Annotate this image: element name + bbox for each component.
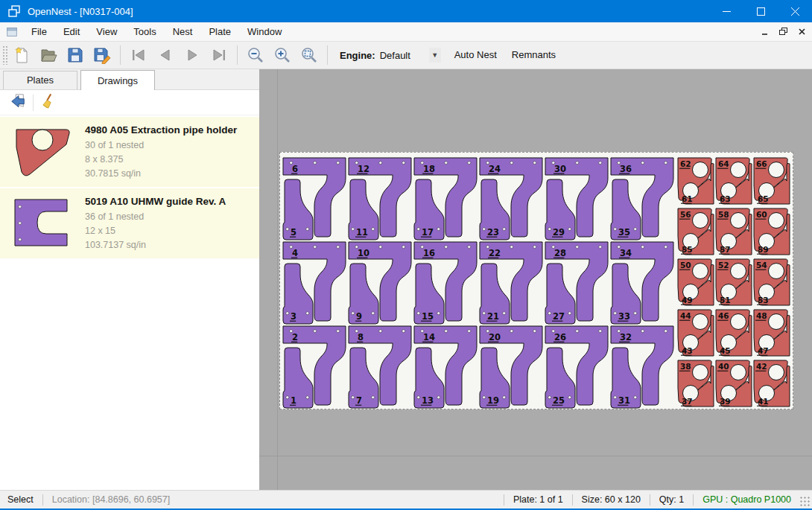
tab-drawings[interactable]: Drawings (80, 70, 155, 90)
svg-text:48: 48 (756, 311, 767, 320)
tab-plates[interactable]: Plates (3, 71, 77, 89)
nest-canvas[interactable]: 6 5 12 11 18 17 24 23 (259, 69, 812, 490)
svg-text:21: 21 (487, 311, 499, 322)
nav-prev-button[interactable] (152, 44, 179, 66)
resize-grip[interactable] (800, 497, 811, 507)
menu-bar: FileEditViewToolsNestPlateWindow (0, 22, 812, 42)
svg-text:62: 62 (680, 159, 691, 168)
plate-sheet[interactable]: 6 5 12 11 18 17 24 23 (279, 152, 793, 409)
drawing-area: 30.7815 sq/in (85, 167, 237, 181)
menu-nest[interactable]: Nest (165, 22, 201, 42)
nav-last-button[interactable] (206, 44, 232, 66)
menu-window[interactable]: Window (239, 22, 290, 42)
svg-text:29: 29 (553, 227, 565, 238)
svg-text:1: 1 (291, 395, 296, 406)
nav-next-button[interactable] (179, 44, 206, 66)
panel-tabs: PlatesDrawings (0, 69, 259, 90)
svg-text:51: 51 (720, 296, 731, 305)
zoom-in-button[interactable] (269, 44, 296, 66)
svg-text:64: 64 (718, 159, 729, 168)
status-mode: Select (0, 494, 42, 505)
svg-text:39: 39 (720, 397, 731, 406)
remnants-button[interactable]: Remnants (504, 44, 563, 66)
nest-pair-purple: 32 31 (610, 325, 674, 409)
menu-tools[interactable]: Tools (125, 22, 164, 42)
svg-text:41: 41 (758, 397, 769, 406)
svg-text:50: 50 (680, 261, 691, 270)
zoom-fit-button[interactable] (296, 44, 323, 66)
minimize-button[interactable] (709, 0, 743, 22)
clean-drawings-icon (40, 93, 57, 112)
svg-text:12: 12 (358, 164, 369, 174)
svg-text:24: 24 (489, 164, 501, 174)
drawing-item[interactable]: 5019 A10 UHMW guide Rev. A 36 of 1 neste… (0, 188, 259, 258)
svg-text:9: 9 (356, 311, 362, 322)
import-drawing-button[interactable] (7, 92, 28, 113)
svg-text:37: 37 (682, 397, 693, 406)
menu-plate[interactable]: Plate (200, 22, 239, 42)
svg-text:8: 8 (358, 332, 364, 342)
svg-text:31: 31 (618, 395, 630, 406)
drawings-panel: PlatesDrawings 4980 A05 Extraction pipe … (0, 69, 259, 490)
nest-pair-purple: 10 9 (348, 241, 412, 325)
nest-pair-red: 38 37 (677, 360, 714, 407)
open-file-button[interactable] (35, 44, 62, 66)
svg-text:32: 32 (620, 332, 632, 342)
status-plate-size: Size: 60 x 120 (573, 494, 650, 505)
engine-dropdown-arrow[interactable]: ▼ (429, 48, 441, 63)
svg-text:7: 7 (356, 395, 362, 406)
menu-edit[interactable]: Edit (55, 22, 88, 42)
svg-text:18: 18 (423, 164, 435, 174)
svg-text:40: 40 (718, 362, 729, 371)
svg-text:35: 35 (618, 227, 630, 238)
menu-view[interactable]: View (88, 22, 125, 42)
nest-pair-red: 64 63 (715, 157, 752, 205)
drawing-item[interactable]: 4980 A05 Extraction pipe holder 30 of 1 … (0, 117, 259, 187)
svg-text:55: 55 (682, 245, 693, 254)
maximize-button[interactable] (743, 0, 778, 22)
auto-nest-button[interactable]: Auto Nest (447, 44, 504, 66)
mdi-minimize-button[interactable] (756, 25, 773, 39)
svg-text:52: 52 (718, 261, 729, 270)
drawing-title: 5019 A10 UHMW guide Rev. A (85, 196, 226, 207)
status-bar: Select Location: [84.8696, 60.6957] Plat… (0, 490, 812, 509)
mdi-restore-button[interactable] (775, 25, 791, 39)
nest-pair-purple: 34 33 (610, 241, 674, 325)
nav-first-button[interactable] (125, 44, 152, 66)
svg-text:28: 28 (554, 248, 566, 258)
status-gpu: GPU : Quadro P1000 (694, 494, 800, 505)
drawing-thumbnail (7, 123, 79, 181)
nest-pair-red: 58 57 (715, 208, 752, 255)
drawings-toolbar (0, 90, 259, 115)
engine-select-value[interactable]: Default (380, 50, 429, 61)
svg-text:54: 54 (756, 261, 767, 270)
svg-text:34: 34 (620, 248, 632, 258)
close-button[interactable] (778, 0, 812, 22)
svg-text:20: 20 (489, 332, 501, 342)
svg-text:25: 25 (553, 395, 565, 406)
zoom-out-button[interactable] (242, 44, 269, 66)
svg-text:59: 59 (758, 245, 769, 254)
nest-pair-purple: 22 21 (479, 241, 543, 325)
zoom-in-icon (273, 46, 291, 64)
save-button[interactable] (62, 44, 89, 66)
nest-pair-red: 42 41 (753, 360, 790, 407)
save-as-button[interactable] (89, 44, 115, 66)
svg-text:19: 19 (487, 395, 499, 406)
menu-file[interactable]: File (23, 22, 55, 42)
status-qty: Qty: 1 (650, 494, 693, 505)
svg-text:53: 53 (758, 296, 769, 305)
status-plate-count: Plate: 1 of 1 (504, 494, 572, 505)
mdi-close-button[interactable] (793, 25, 810, 39)
nest-pair-purple: 12 11 (348, 157, 412, 240)
svg-text:30: 30 (554, 164, 566, 174)
nav-first-icon (130, 46, 148, 64)
mdi-document-icon[interactable] (5, 25, 19, 39)
clean-drawings-button[interactable] (38, 92, 59, 113)
zoom-out-icon (247, 46, 264, 64)
svg-text:65: 65 (758, 194, 769, 203)
nav-next-icon (183, 46, 201, 64)
svg-text:6: 6 (292, 164, 298, 174)
new-file-button[interactable] (8, 44, 35, 66)
toolbar-grip[interactable] (2, 45, 8, 65)
